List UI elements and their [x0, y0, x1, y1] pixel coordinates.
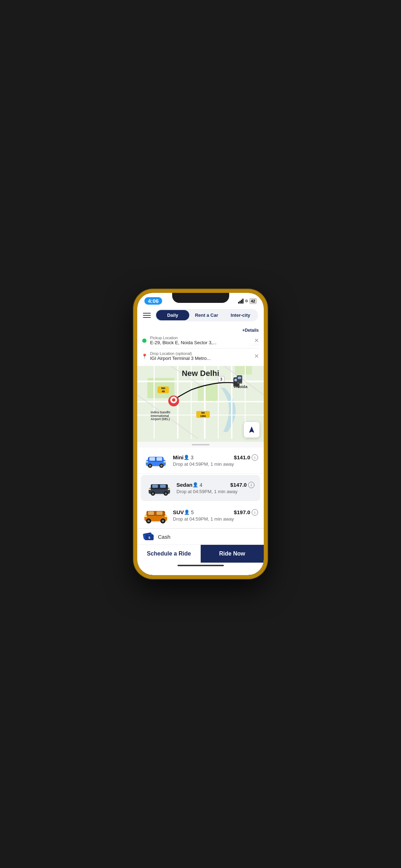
- ride-option-sedan[interactable]: Sedan 👤 4 $147.0 i Drop at 04:59PM, 1 mi…: [141, 475, 260, 501]
- sedan-ride-info: Sedan 👤 4 $147.0 i Drop at 04:59PM, 1 mi…: [176, 482, 255, 494]
- sedan-price: $147.0: [230, 482, 247, 488]
- hamburger-menu[interactable]: [143, 313, 151, 318]
- location-overlay: +Details Pickup Location E-29, Block E, …: [137, 324, 264, 366]
- mini-price: $141.0: [234, 454, 250, 460]
- suv-eta: Drop at 04:59PM, 1 min away: [173, 516, 258, 522]
- mini-price-row: $141.0 i: [234, 454, 258, 461]
- car-sedan-image: [146, 479, 172, 496]
- pickup-clear[interactable]: ✕: [254, 337, 259, 344]
- svg-point-35: [237, 382, 239, 384]
- drop-value[interactable]: IGI Airport Terminal 3 Metro...: [150, 356, 251, 361]
- schedule-ride-button[interactable]: Schedule a Ride: [137, 545, 201, 563]
- svg-text:$: $: [148, 536, 150, 539]
- phone-inner: 4:06 ⊜ 42 Daily: [137, 293, 264, 575]
- svg-rect-51: [164, 461, 166, 463]
- suv-capacity: 5: [191, 510, 194, 515]
- svg-text:3: 3: [220, 377, 222, 381]
- ride-options-list: Mini 👤 3 $141.0 i Drop at 04:59PM, 1 min…: [137, 448, 264, 544]
- svg-rect-61: [149, 489, 151, 490]
- mini-info-button[interactable]: i: [252, 454, 258, 461]
- mini-ride-info: Mini 👤 3 $141.0 i Drop at 04:59PM, 1 min…: [173, 454, 258, 467]
- svg-point-71: [162, 520, 164, 522]
- ride-option-mini[interactable]: Mini 👤 3 $141.0 i Drop at 04:59PM, 1 min…: [137, 448, 264, 474]
- svg-point-47: [149, 465, 151, 467]
- svg-point-58: [152, 492, 154, 495]
- tab-daily[interactable]: Daily: [156, 310, 189, 320]
- sedan-name-capacity: Sedan 👤 4: [176, 482, 202, 488]
- pickup-label: Pickup Location: [150, 336, 251, 340]
- sedan-capacity: 4: [200, 482, 202, 488]
- svg-rect-62: [168, 489, 170, 490]
- drag-handle[interactable]: [137, 442, 264, 448]
- top-nav: Daily Rent a Car Inter-city: [137, 306, 264, 324]
- svg-rect-55: [152, 485, 158, 488]
- car-mini-image: [143, 452, 169, 469]
- drop-clear[interactable]: ✕: [254, 353, 259, 360]
- mini-name-row: Mini 👤 3 $141.0 i: [173, 454, 258, 461]
- drag-handle-bar: [192, 444, 210, 445]
- svg-rect-45: [156, 457, 162, 461]
- suv-price-row: $197.0 i: [234, 509, 258, 516]
- svg-text:Airport (DEL): Airport (DEL): [151, 417, 170, 421]
- ride-option-suv[interactable]: SUV 👤 5 $197.0 i Drop at 04:59PM, 1 min …: [137, 502, 264, 528]
- mini-eta: Drop at 04:59PM, 1 min away: [173, 461, 258, 467]
- pickup-dot: [142, 339, 146, 343]
- navigation-button[interactable]: [244, 422, 259, 438]
- wifi-icon: ⊜: [245, 299, 248, 303]
- svg-rect-56: [160, 485, 166, 488]
- tab-bar: Daily Rent a Car Inter-city: [155, 309, 258, 321]
- drop-info: Drop Location (optional) IGI Airport Ter…: [150, 351, 251, 361]
- suv-person-icon: 👤: [184, 510, 190, 515]
- ride-now-button[interactable]: Ride Now: [201, 545, 264, 563]
- svg-rect-72: [144, 515, 147, 517]
- svg-rect-2: [198, 385, 218, 402]
- cash-icon: $: [143, 532, 154, 541]
- phone-frame: 4:06 ⊜ 42 Daily: [134, 289, 267, 579]
- svg-point-28: [172, 398, 175, 402]
- pickup-info: Pickup Location E-29, Block E, Noida Sec…: [150, 336, 251, 345]
- suv-ride-info: SUV 👤 5 $197.0 i Drop at 04:59PM, 1 min …: [173, 509, 258, 522]
- mini-name: Mini: [173, 454, 184, 460]
- drop-row: 📍 Drop Location (optional) IGI Airport T…: [142, 350, 259, 362]
- svg-point-49: [160, 465, 163, 467]
- svg-text:Indira Gandhi: Indira Gandhi: [151, 410, 170, 414]
- tab-intercity[interactable]: Inter-city: [224, 310, 257, 320]
- suv-name-capacity: SUV 👤 5: [173, 509, 194, 515]
- details-link[interactable]: +Details: [242, 328, 259, 333]
- pickup-row: Pickup Location E-29, Block E, Noida Sec…: [142, 334, 259, 347]
- sedan-info-button[interactable]: i: [248, 482, 255, 488]
- home-bar: [178, 565, 224, 566]
- payment-row[interactable]: $ Cash: [137, 528, 264, 544]
- sedan-person-icon: 👤: [192, 482, 198, 487]
- car-suv-image: [143, 507, 169, 524]
- suv-name-row: SUV 👤 5 $197.0 i: [173, 509, 258, 516]
- svg-rect-33: [237, 375, 242, 383]
- drop-label: Drop Location (optional): [150, 351, 251, 356]
- svg-text:International: International: [151, 414, 169, 418]
- sedan-price-row: $147.0 i: [230, 482, 255, 488]
- svg-text:Noida: Noida: [236, 384, 248, 389]
- pickup-value[interactable]: E-29, Block E, Noida Sector 3,...: [150, 340, 251, 345]
- notch: [172, 293, 229, 303]
- tab-rent-a-car[interactable]: Rent a Car: [190, 310, 223, 320]
- svg-point-36: [240, 382, 242, 384]
- mini-person-icon: 👤: [184, 455, 189, 460]
- svg-text:48: 48: [162, 390, 165, 393]
- svg-rect-44: [149, 457, 155, 461]
- svg-rect-50: [146, 461, 148, 463]
- svg-text:NH: NH: [201, 412, 205, 414]
- suv-name: SUV: [173, 509, 184, 515]
- sedan-eta: Drop at 04:59PM, 1 min away: [176, 489, 255, 494]
- signal-icon: [238, 299, 243, 304]
- svg-point-31: [234, 386, 236, 388]
- svg-rect-73: [165, 515, 167, 517]
- home-indicator: [137, 563, 264, 568]
- sedan-name-row: Sedan 👤 4 $147.0 i: [176, 482, 255, 488]
- suv-info-button[interactable]: i: [252, 509, 258, 516]
- sedan-name: Sedan: [176, 482, 192, 488]
- battery-icon: 42: [250, 298, 257, 304]
- suv-price: $197.0: [234, 509, 250, 515]
- svg-rect-67: [156, 511, 163, 515]
- map-container: NH 48 NH 148A 3: [137, 324, 264, 442]
- mini-name-capacity: Mini 👤 3: [173, 454, 194, 460]
